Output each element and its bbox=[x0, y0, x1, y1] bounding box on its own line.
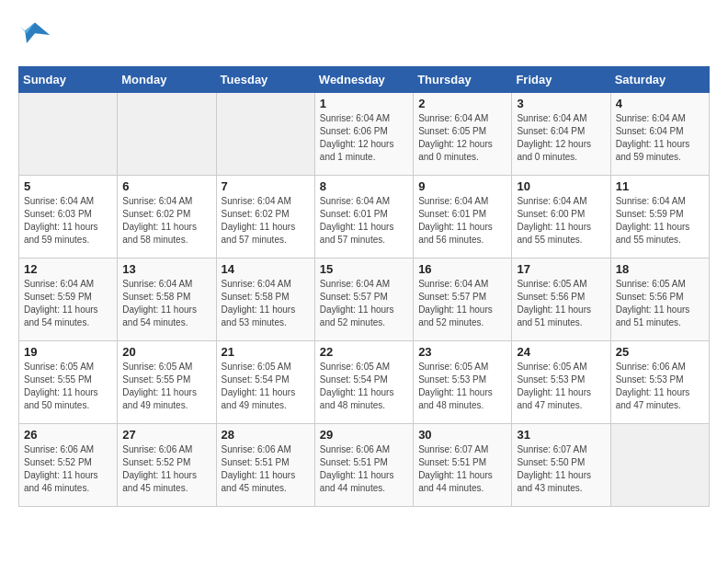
day-number: 25 bbox=[616, 345, 704, 359]
day-number: 4 bbox=[616, 97, 704, 110]
calendar-table: SundayMondayTuesdayWednesdayThursdayFrid… bbox=[18, 66, 710, 507]
day-number: 6 bbox=[122, 179, 210, 193]
day-info: Sunrise: 6:04 AM Sunset: 6:06 PM Dayligh… bbox=[320, 112, 408, 164]
calendar-cell: 8Sunrise: 6:04 AM Sunset: 6:01 PM Daylig… bbox=[314, 176, 413, 259]
calendar-week-row: 12Sunrise: 6:04 AM Sunset: 5:59 PM Dayli… bbox=[19, 259, 710, 341]
header bbox=[18, 18, 710, 52]
calendar-cell: 29Sunrise: 6:06 AM Sunset: 5:51 PM Dayli… bbox=[314, 424, 413, 507]
day-info: Sunrise: 6:05 AM Sunset: 5:53 PM Dayligh… bbox=[418, 361, 506, 412]
calendar-week-row: 19Sunrise: 6:05 AM Sunset: 5:55 PM Dayli… bbox=[19, 341, 710, 424]
day-info: Sunrise: 6:05 AM Sunset: 5:56 PM Dayligh… bbox=[517, 278, 605, 329]
calendar-cell: 21Sunrise: 6:05 AM Sunset: 5:54 PM Dayli… bbox=[216, 341, 314, 424]
weekday-header: Sunday bbox=[19, 67, 118, 93]
calendar-cell: 30Sunrise: 6:07 AM Sunset: 5:51 PM Dayli… bbox=[414, 424, 512, 507]
weekday-header: Monday bbox=[118, 67, 216, 93]
calendar-cell: 19Sunrise: 6:05 AM Sunset: 5:55 PM Dayli… bbox=[19, 341, 118, 424]
day-info: Sunrise: 6:06 AM Sunset: 5:51 PM Dayligh… bbox=[320, 443, 408, 495]
calendar-cell: 20Sunrise: 6:05 AM Sunset: 5:55 PM Dayli… bbox=[118, 341, 216, 424]
day-number: 30 bbox=[418, 428, 506, 442]
calendar-cell bbox=[216, 93, 314, 176]
day-info: Sunrise: 6:04 AM Sunset: 6:03 PM Dayligh… bbox=[24, 195, 112, 247]
day-number: 14 bbox=[222, 262, 310, 276]
calendar-cell: 10Sunrise: 6:04 AM Sunset: 6:00 PM Dayli… bbox=[512, 176, 610, 259]
day-number: 2 bbox=[418, 97, 506, 110]
day-number: 10 bbox=[517, 179, 605, 193]
day-info: Sunrise: 6:04 AM Sunset: 6:02 PM Dayligh… bbox=[222, 195, 310, 247]
calendar-cell: 4Sunrise: 6:04 AM Sunset: 6:04 PM Daylig… bbox=[610, 93, 709, 176]
day-number: 8 bbox=[320, 179, 408, 193]
calendar-cell: 16Sunrise: 6:04 AM Sunset: 5:57 PM Dayli… bbox=[414, 259, 512, 341]
day-info: Sunrise: 6:05 AM Sunset: 5:56 PM Dayligh… bbox=[616, 278, 704, 329]
day-info: Sunrise: 6:05 AM Sunset: 5:55 PM Dayligh… bbox=[122, 361, 210, 412]
calendar-week-row: 1Sunrise: 6:04 AM Sunset: 6:06 PM Daylig… bbox=[19, 93, 710, 176]
day-number: 5 bbox=[24, 179, 112, 193]
calendar-cell: 6Sunrise: 6:04 AM Sunset: 6:02 PM Daylig… bbox=[118, 176, 216, 259]
calendar-cell: 27Sunrise: 6:06 AM Sunset: 5:52 PM Dayli… bbox=[118, 424, 216, 507]
day-info: Sunrise: 6:04 AM Sunset: 5:59 PM Dayligh… bbox=[24, 278, 112, 329]
calendar-cell: 22Sunrise: 6:05 AM Sunset: 5:54 PM Dayli… bbox=[314, 341, 413, 424]
weekday-header: Thursday bbox=[414, 67, 512, 93]
calendar-week-row: 26Sunrise: 6:06 AM Sunset: 5:52 PM Dayli… bbox=[19, 424, 710, 507]
calendar-cell: 7Sunrise: 6:04 AM Sunset: 6:02 PM Daylig… bbox=[216, 176, 314, 259]
day-number: 16 bbox=[418, 262, 506, 276]
calendar-cell: 28Sunrise: 6:06 AM Sunset: 5:51 PM Dayli… bbox=[216, 424, 314, 507]
day-number: 11 bbox=[616, 179, 704, 193]
calendar-cell: 17Sunrise: 6:05 AM Sunset: 5:56 PM Dayli… bbox=[512, 259, 610, 341]
day-info: Sunrise: 6:05 AM Sunset: 5:54 PM Dayligh… bbox=[320, 361, 408, 412]
day-number: 23 bbox=[418, 345, 506, 359]
weekday-header: Tuesday bbox=[216, 67, 314, 93]
calendar-cell: 14Sunrise: 6:04 AM Sunset: 5:58 PM Dayli… bbox=[216, 259, 314, 341]
calendar-cell bbox=[610, 424, 709, 507]
day-info: Sunrise: 6:05 AM Sunset: 5:55 PM Dayligh… bbox=[24, 361, 112, 412]
day-number: 22 bbox=[320, 345, 408, 359]
weekday-header: Saturday bbox=[610, 67, 709, 93]
day-number: 21 bbox=[222, 345, 310, 359]
calendar-cell: 12Sunrise: 6:04 AM Sunset: 5:59 PM Dayli… bbox=[19, 259, 118, 341]
day-number: 13 bbox=[122, 262, 210, 276]
day-number: 18 bbox=[616, 262, 704, 276]
weekday-header: Friday bbox=[512, 67, 610, 93]
day-info: Sunrise: 6:06 AM Sunset: 5:51 PM Dayligh… bbox=[222, 443, 310, 495]
day-info: Sunrise: 6:04 AM Sunset: 5:58 PM Dayligh… bbox=[222, 278, 310, 329]
calendar-cell bbox=[19, 93, 118, 176]
calendar-week-row: 5Sunrise: 6:04 AM Sunset: 6:03 PM Daylig… bbox=[19, 176, 710, 259]
day-info: Sunrise: 6:04 AM Sunset: 5:57 PM Dayligh… bbox=[320, 278, 408, 329]
day-number: 9 bbox=[418, 179, 506, 193]
day-number: 28 bbox=[222, 428, 310, 442]
calendar-cell bbox=[118, 93, 216, 176]
day-number: 17 bbox=[517, 262, 605, 276]
weekday-header: Wednesday bbox=[314, 67, 413, 93]
day-number: 3 bbox=[517, 97, 605, 110]
day-info: Sunrise: 6:06 AM Sunset: 5:52 PM Dayligh… bbox=[24, 443, 112, 495]
calendar-cell: 9Sunrise: 6:04 AM Sunset: 6:01 PM Daylig… bbox=[414, 176, 512, 259]
day-info: Sunrise: 6:04 AM Sunset: 6:01 PM Dayligh… bbox=[418, 195, 506, 247]
calendar-cell: 2Sunrise: 6:04 AM Sunset: 6:05 PM Daylig… bbox=[414, 93, 512, 176]
day-info: Sunrise: 6:05 AM Sunset: 5:53 PM Dayligh… bbox=[517, 361, 605, 412]
day-info: Sunrise: 6:04 AM Sunset: 6:00 PM Dayligh… bbox=[517, 195, 605, 247]
day-info: Sunrise: 6:04 AM Sunset: 5:58 PM Dayligh… bbox=[122, 278, 210, 329]
day-info: Sunrise: 6:04 AM Sunset: 6:04 PM Dayligh… bbox=[616, 112, 704, 164]
day-number: 31 bbox=[517, 428, 605, 442]
day-info: Sunrise: 6:04 AM Sunset: 6:01 PM Dayligh… bbox=[320, 195, 408, 247]
day-number: 1 bbox=[320, 97, 408, 110]
calendar-cell: 13Sunrise: 6:04 AM Sunset: 5:58 PM Dayli… bbox=[118, 259, 216, 341]
day-number: 7 bbox=[222, 179, 310, 193]
day-info: Sunrise: 6:07 AM Sunset: 5:51 PM Dayligh… bbox=[418, 443, 506, 495]
calendar-cell: 18Sunrise: 6:05 AM Sunset: 5:56 PM Dayli… bbox=[610, 259, 709, 341]
day-info: Sunrise: 6:06 AM Sunset: 5:52 PM Dayligh… bbox=[122, 443, 210, 495]
day-number: 29 bbox=[320, 428, 408, 442]
calendar-cell: 26Sunrise: 6:06 AM Sunset: 5:52 PM Dayli… bbox=[19, 424, 118, 507]
calendar-cell: 24Sunrise: 6:05 AM Sunset: 5:53 PM Dayli… bbox=[512, 341, 610, 424]
logo-icon bbox=[18, 18, 51, 52]
day-info: Sunrise: 6:06 AM Sunset: 5:53 PM Dayligh… bbox=[616, 361, 704, 412]
day-number: 12 bbox=[24, 262, 112, 276]
calendar-cell: 15Sunrise: 6:04 AM Sunset: 5:57 PM Dayli… bbox=[314, 259, 413, 341]
day-number: 19 bbox=[24, 345, 112, 359]
day-info: Sunrise: 6:04 AM Sunset: 5:59 PM Dayligh… bbox=[616, 195, 704, 247]
logo bbox=[18, 18, 55, 52]
day-number: 24 bbox=[517, 345, 605, 359]
day-info: Sunrise: 6:04 AM Sunset: 5:57 PM Dayligh… bbox=[418, 278, 506, 329]
svg-marker-0 bbox=[25, 23, 50, 44]
day-info: Sunrise: 6:04 AM Sunset: 6:02 PM Dayligh… bbox=[122, 195, 210, 247]
day-number: 15 bbox=[320, 262, 408, 276]
